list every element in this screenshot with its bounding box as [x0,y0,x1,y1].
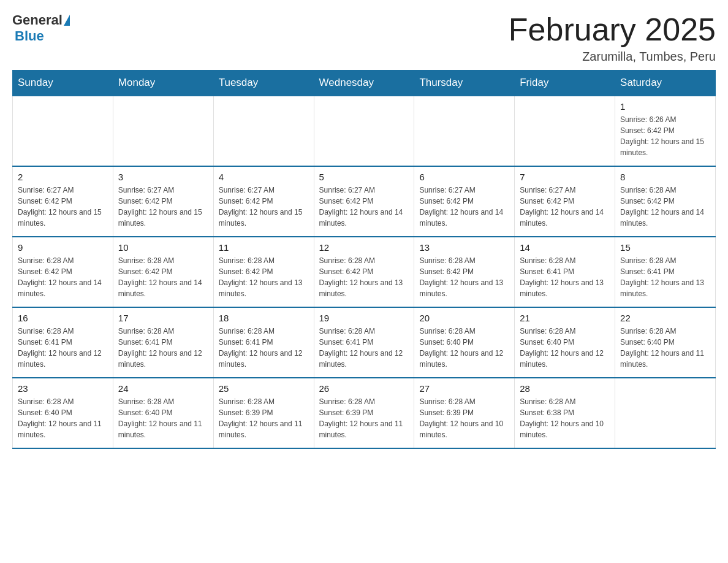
weekday-header-friday: Friday [515,71,615,96]
weekday-header-thursday: Thursday [414,71,515,96]
calendar-cell: 7Sunrise: 6:27 AM Sunset: 6:42 PM Daylig… [515,166,615,237]
calendar-cell [515,96,615,166]
weekday-header-sunday: Sunday [13,71,113,96]
calendar-week-row: 16Sunrise: 6:28 AM Sunset: 6:41 PM Dayli… [13,307,716,378]
logo-triangle-icon [64,15,70,26]
calendar-cell [113,96,213,166]
calendar-cell: 11Sunrise: 6:28 AM Sunset: 6:42 PM Dayli… [213,237,314,307]
day-info: Sunrise: 6:28 AM Sunset: 6:42 PM Dayligh… [118,255,208,299]
day-info: Sunrise: 6:28 AM Sunset: 6:41 PM Dayligh… [219,326,309,370]
calendar-cell: 26Sunrise: 6:28 AM Sunset: 6:39 PM Dayli… [314,378,414,448]
day-number: 7 [520,172,610,182]
calendar-cell: 1Sunrise: 6:26 AM Sunset: 6:42 PM Daylig… [615,96,716,166]
day-number: 19 [319,313,409,323]
day-number: 22 [620,313,710,323]
calendar-cell: 25Sunrise: 6:28 AM Sunset: 6:39 PM Dayli… [213,378,314,448]
calendar-cell: 19Sunrise: 6:28 AM Sunset: 6:41 PM Dayli… [314,307,414,378]
day-info: Sunrise: 6:28 AM Sunset: 6:41 PM Dayligh… [18,326,108,370]
day-number: 24 [118,383,208,394]
day-info: Sunrise: 6:27 AM Sunset: 6:42 PM Dayligh… [18,185,108,229]
calendar-cell [414,96,515,166]
calendar-table: SundayMondayTuesdayWednesdayThursdayFrid… [12,70,716,449]
day-number: 15 [620,242,710,253]
calendar-cell: 22Sunrise: 6:28 AM Sunset: 6:40 PM Dayli… [615,307,716,378]
calendar-cell [13,96,113,166]
day-number: 4 [219,172,309,182]
day-number: 5 [319,172,409,182]
calendar-cell: 20Sunrise: 6:28 AM Sunset: 6:40 PM Dayli… [414,307,515,378]
day-number: 26 [319,383,409,394]
calendar-cell: 21Sunrise: 6:28 AM Sunset: 6:40 PM Dayli… [515,307,615,378]
calendar-cell: 4Sunrise: 6:27 AM Sunset: 6:42 PM Daylig… [213,166,314,237]
calendar-cell: 23Sunrise: 6:28 AM Sunset: 6:40 PM Dayli… [13,378,113,448]
calendar-week-row: 1Sunrise: 6:26 AM Sunset: 6:42 PM Daylig… [13,96,716,166]
day-info: Sunrise: 6:28 AM Sunset: 6:40 PM Dayligh… [620,326,710,370]
day-info: Sunrise: 6:28 AM Sunset: 6:41 PM Dayligh… [118,326,208,370]
day-number: 1 [620,101,710,112]
calendar-week-row: 23Sunrise: 6:28 AM Sunset: 6:40 PM Dayli… [13,378,716,448]
day-number: 27 [419,383,509,394]
day-info: Sunrise: 6:27 AM Sunset: 6:42 PM Dayligh… [419,185,509,229]
weekday-header-monday: Monday [113,71,213,96]
day-info: Sunrise: 6:27 AM Sunset: 6:42 PM Dayligh… [520,185,610,229]
day-info: Sunrise: 6:28 AM Sunset: 6:40 PM Dayligh… [419,326,509,370]
day-number: 25 [219,383,309,394]
weekday-header-tuesday: Tuesday [213,71,314,96]
calendar-week-row: 9Sunrise: 6:28 AM Sunset: 6:42 PM Daylig… [13,237,716,307]
calendar-cell: 2Sunrise: 6:27 AM Sunset: 6:42 PM Daylig… [13,166,113,237]
day-number: 28 [520,383,610,394]
calendar-cell: 13Sunrise: 6:28 AM Sunset: 6:42 PM Dayli… [414,237,515,307]
day-number: 12 [319,242,409,253]
day-number: 14 [520,242,610,253]
calendar-cell: 27Sunrise: 6:28 AM Sunset: 6:39 PM Dayli… [414,378,515,448]
calendar-cell: 15Sunrise: 6:28 AM Sunset: 6:41 PM Dayli… [615,237,716,307]
calendar-cell: 6Sunrise: 6:27 AM Sunset: 6:42 PM Daylig… [414,166,515,237]
day-info: Sunrise: 6:28 AM Sunset: 6:42 PM Dayligh… [620,185,710,229]
day-number: 23 [18,383,108,394]
day-info: Sunrise: 6:28 AM Sunset: 6:38 PM Dayligh… [520,396,610,440]
calendar-cell: 9Sunrise: 6:28 AM Sunset: 6:42 PM Daylig… [13,237,113,307]
calendar-cell [213,96,314,166]
calendar-cell [615,378,716,448]
day-number: 8 [620,172,710,182]
day-info: Sunrise: 6:28 AM Sunset: 6:41 PM Dayligh… [319,326,409,370]
calendar-cell: 5Sunrise: 6:27 AM Sunset: 6:42 PM Daylig… [314,166,414,237]
calendar-cell: 10Sunrise: 6:28 AM Sunset: 6:42 PM Dayli… [113,237,213,307]
calendar-cell: 8Sunrise: 6:28 AM Sunset: 6:42 PM Daylig… [615,166,716,237]
day-number: 2 [18,172,108,182]
weekday-header-wednesday: Wednesday [314,71,414,96]
calendar-cell: 16Sunrise: 6:28 AM Sunset: 6:41 PM Dayli… [13,307,113,378]
day-number: 10 [118,242,208,253]
day-info: Sunrise: 6:28 AM Sunset: 6:40 PM Dayligh… [18,396,108,440]
calendar-week-row: 2Sunrise: 6:27 AM Sunset: 6:42 PM Daylig… [13,166,716,237]
day-info: Sunrise: 6:28 AM Sunset: 6:42 PM Dayligh… [219,255,309,299]
day-number: 17 [118,313,208,323]
day-info: Sunrise: 6:27 AM Sunset: 6:42 PM Dayligh… [118,185,208,229]
logo-general-text: General [12,12,63,28]
calendar-cell [314,96,414,166]
location-text: Zarumilla, Tumbes, Peru [509,50,716,64]
day-info: Sunrise: 6:28 AM Sunset: 6:41 PM Dayligh… [520,255,610,299]
calendar-cell: 28Sunrise: 6:28 AM Sunset: 6:38 PM Dayli… [515,378,615,448]
day-number: 20 [419,313,509,323]
day-number: 16 [18,313,108,323]
day-info: Sunrise: 6:28 AM Sunset: 6:39 PM Dayligh… [419,396,509,440]
day-info: Sunrise: 6:28 AM Sunset: 6:39 PM Dayligh… [219,396,309,440]
day-number: 3 [118,172,208,182]
day-number: 21 [520,313,610,323]
day-number: 13 [419,242,509,253]
day-number: 18 [219,313,309,323]
calendar-cell: 17Sunrise: 6:28 AM Sunset: 6:41 PM Dayli… [113,307,213,378]
day-info: Sunrise: 6:28 AM Sunset: 6:41 PM Dayligh… [620,255,710,299]
calendar-cell: 3Sunrise: 6:27 AM Sunset: 6:42 PM Daylig… [113,166,213,237]
weekday-header-saturday: Saturday [615,71,716,96]
day-info: Sunrise: 6:28 AM Sunset: 6:40 PM Dayligh… [118,396,208,440]
day-info: Sunrise: 6:28 AM Sunset: 6:40 PM Dayligh… [520,326,610,370]
month-title: February 2025 [509,12,716,47]
day-info: Sunrise: 6:28 AM Sunset: 6:42 PM Dayligh… [18,255,108,299]
day-number: 6 [419,172,509,182]
calendar-header-row: SundayMondayTuesdayWednesdayThursdayFrid… [13,71,716,96]
day-info: Sunrise: 6:26 AM Sunset: 6:42 PM Dayligh… [620,114,710,158]
calendar-cell: 18Sunrise: 6:28 AM Sunset: 6:41 PM Dayli… [213,307,314,378]
calendar-cell: 24Sunrise: 6:28 AM Sunset: 6:40 PM Dayli… [113,378,213,448]
